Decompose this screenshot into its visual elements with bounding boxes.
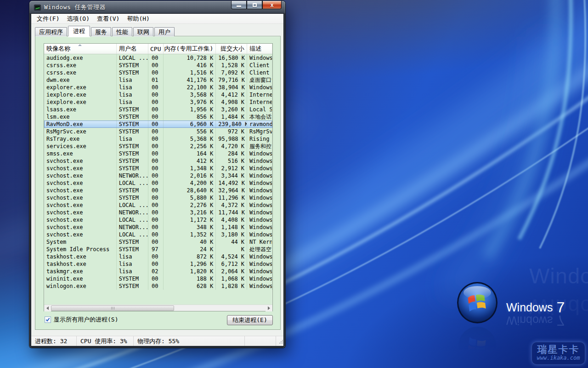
column-header-提交大小[interactable]: 提交大小	[216, 44, 247, 54]
process-row[interactable]: iexplore.exelisa003,976 K4,908 KInterne	[44, 98, 272, 106]
tab-用户[interactable]: 用户	[154, 27, 175, 36]
cell-cpu: 00	[148, 121, 164, 128]
cell-cpu: 00	[148, 113, 164, 121]
cell-user-name: lisa	[117, 84, 148, 91]
process-row[interactable]: audiodg.exeLOCAL ...0010,728 K16,580 KWi…	[44, 54, 272, 62]
cell-memory: 2,016 K	[164, 172, 216, 179]
process-row[interactable]: lsass.exeSYSTEM001,956 K3,260 KLocal S	[44, 106, 272, 113]
tab-性能[interactable]: 性能	[112, 27, 132, 36]
cell-cpu: 00	[148, 143, 164, 150]
cell-cpu: 00	[148, 253, 164, 260]
scrollbar-thumb[interactable]	[51, 305, 174, 311]
tab-联网[interactable]: 联网	[133, 27, 153, 36]
scroll-right-icon	[268, 306, 270, 310]
show-all-users-checkbox[interactable]	[45, 316, 51, 323]
process-row[interactable]: smss.exeSYSTEM00164 K284 KWindows	[44, 150, 272, 157]
process-row[interactable]: svchost.exeNETWOR...00348 K1,148 KWindow…	[44, 224, 272, 231]
cell-commit-size: 3,260 K	[216, 106, 247, 113]
process-row[interactable]: services.exeSYSTEM002,256 K4,720 K服务和控	[44, 143, 272, 150]
scrollbar-track[interactable]	[51, 305, 266, 311]
process-row[interactable]: iexplore.exelisa003,568 K4,412 KInterne	[44, 91, 272, 98]
cell-description: Windows	[247, 84, 272, 91]
process-row[interactable]: wininit.exeSYSTEM00188 K1,068 KWindows	[44, 275, 272, 282]
cell-cpu: 00	[148, 106, 164, 113]
cell-image-name: svchost.exe	[44, 172, 117, 179]
process-row[interactable]: SystemSYSTEM0040 K44 KNT Kern	[44, 238, 272, 246]
cell-image-name: iexplore.exe	[44, 91, 117, 98]
process-row[interactable]: csrss.exeSYSTEM00416 K1,528 KClient S	[44, 62, 272, 69]
process-row[interactable]: svchost.exeNETWOR...002,016 K3,344 KWind…	[44, 172, 272, 179]
cell-cpu: 00	[148, 157, 164, 165]
process-row[interactable]: taskmgr.exelisa021,820 K2,064 KWindows	[44, 268, 272, 275]
horizontal-scrollbar[interactable]	[44, 305, 272, 311]
cell-image-name: svchost.exe	[44, 179, 117, 187]
cell-cpu: 00	[148, 84, 164, 91]
column-header-映像名称[interactable]: 映像名称	[44, 44, 117, 54]
menu-item-选[interactable]: 选项(O)	[63, 14, 93, 24]
cell-cpu: 00	[148, 165, 164, 172]
cell-cpu: 00	[148, 187, 164, 194]
menu-item-帮[interactable]: 帮助(H)	[123, 14, 153, 24]
cell-image-name: taskmgr.exe	[44, 268, 117, 275]
cell-memory: 5,880 K	[164, 194, 216, 201]
cell-description: Client S	[247, 62, 272, 69]
cell-commit-size: 239,840 K	[216, 121, 247, 128]
tab-应用程序[interactable]: 应用程序	[35, 27, 67, 36]
resize-grip[interactable]	[276, 336, 283, 346]
process-row[interactable]: winlogon.exeSYSTEM00628 K1,828 KWindows	[44, 282, 272, 290]
column-header-描述[interactable]: 描述	[247, 44, 272, 54]
process-row[interactable]: RsTray.exelisa005,368 K95,988 KRising	[44, 135, 272, 143]
cell-image-name: lsass.exe	[44, 106, 117, 113]
processes-tab-page: 映像名称用户名CPU内存(专用工作集)提交大小描述 audiodg.exeLOC…	[35, 36, 281, 330]
cell-image-name: explorer.exe	[44, 84, 117, 91]
cell-commit-size: 38,904 K	[216, 84, 247, 91]
process-row[interactable]: RavMonD.exeSYSTEM006,960 K239,840 Kravmo…	[44, 121, 272, 128]
column-header-内存(专用工作集)[interactable]: 内存(专用工作集)	[164, 44, 216, 54]
close-button[interactable]: x	[262, 1, 282, 9]
process-row[interactable]: RsMgrSvc.exeSYSTEM00556 K972 KRsMgrSv	[44, 128, 272, 135]
process-row[interactable]: System Idle ProcessSYSTEM9724 KK处理器空	[44, 246, 272, 253]
minimize-button[interactable]	[231, 1, 247, 9]
cell-description: Windows	[247, 224, 272, 231]
maximize-button[interactable]	[247, 1, 262, 9]
sort-ascending-icon	[78, 44, 82, 46]
windows-ghost-watermark: Windows 7	[529, 263, 588, 288]
process-row[interactable]: taskhost.exelisa00872 K4,524 KWindows	[44, 253, 272, 260]
cell-image-name: svchost.exe	[44, 194, 117, 201]
end-process-button[interactable]: 结束进程(E)	[227, 315, 273, 325]
process-row[interactable]: svchost.exeLOCAL ...001,352 K3,180 KWind…	[44, 231, 272, 238]
column-header-用户名[interactable]: 用户名	[117, 44, 148, 54]
process-row[interactable]: csrss.exeSYSTEM001,516 K7,092 KClient S	[44, 69, 272, 76]
process-row[interactable]: svchost.exeSYSTEM0028,640 K32,964 KWindo…	[44, 187, 272, 194]
process-row[interactable]: svchost.exeLOCAL ...002,276 K4,372 KWind…	[44, 201, 272, 209]
cell-user-name: lisa	[117, 135, 148, 143]
scroll-right-button[interactable]	[266, 305, 272, 311]
process-row[interactable]: dwm.exelisa0141,176 K79,716 K桌面窗口管	[44, 76, 272, 84]
desktop-wallpaper: Windows 7 Windows 7	[0, 0, 588, 368]
cell-user-name: SYSTEM	[117, 187, 148, 194]
tab-进程[interactable]: 进程	[68, 26, 90, 36]
column-header-CPU[interactable]: CPU	[148, 44, 164, 54]
cell-description: Interne	[247, 91, 272, 98]
process-row[interactable]: svchost.exeSYSTEM001,348 K2,912 KWindows	[44, 165, 272, 172]
cell-image-name: svchost.exe	[44, 165, 117, 172]
process-row[interactable]: svchost.exeNETWOR...003,216 K11,744 KWin…	[44, 209, 272, 216]
cell-cpu: 00	[148, 238, 164, 246]
process-row[interactable]: svchost.exeSYSTEM00412 K516 KWindows	[44, 157, 272, 165]
cell-image-name: wininit.exe	[44, 275, 117, 282]
cell-memory: 556 K	[164, 128, 216, 135]
process-row[interactable]: taskhost.exelisa001,296 K6,712 KWindows	[44, 260, 272, 268]
process-row[interactable]: svchost.exeSYSTEM005,880 K11,296 KWindow…	[44, 194, 272, 201]
menu-item-查[interactable]: 查看(V)	[93, 14, 123, 24]
process-row[interactable]: explorer.exelisa0022,100 K38,904 KWindow…	[44, 84, 272, 91]
tab-服务[interactable]: 服务	[91, 27, 111, 36]
cell-user-name: lisa	[117, 253, 148, 260]
menu-item-文[interactable]: 文件(F)	[33, 14, 63, 24]
show-all-users-control[interactable]: 显示所有用户的进程(S)	[45, 316, 118, 324]
cell-commit-size: 3,180 K	[216, 231, 247, 238]
process-row[interactable]: lsm.exeSYSTEM00856 K1,484 K本地会话	[44, 113, 272, 121]
process-row[interactable]: svchost.exeLOCAL ...004,200 K14,492 KWin…	[44, 179, 272, 187]
process-row[interactable]: svchost.exeLOCAL ...001,172 K4,408 KWind…	[44, 216, 272, 224]
scroll-left-button[interactable]	[44, 305, 51, 311]
cell-cpu: 00	[148, 275, 164, 282]
